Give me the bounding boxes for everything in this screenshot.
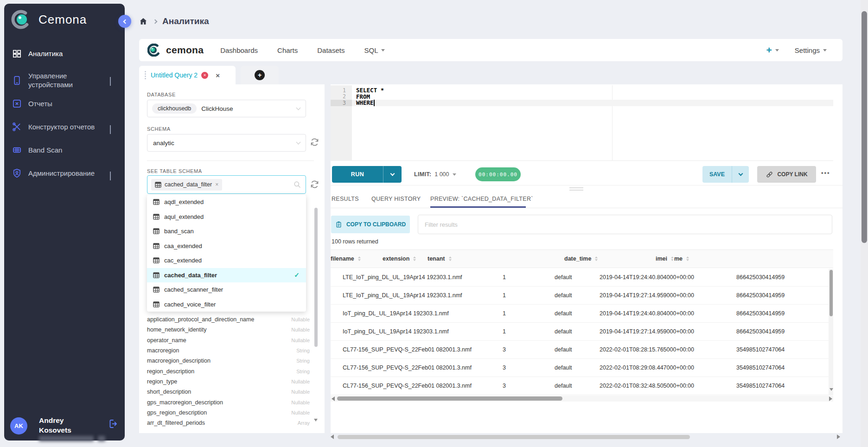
table-horizontal-scrollbar-thumb[interactable] <box>337 396 562 401</box>
sidebar-item-reports[interactable]: Отчеты <box>4 95 125 113</box>
scroll-left-arrow-icon[interactable] <box>332 396 335 401</box>
scroll-down-arrow-icon[interactable] <box>830 388 833 391</box>
more-options-button[interactable]: ••• <box>821 169 830 176</box>
window-scrollbar-thumb[interactable] <box>862 11 867 243</box>
save-button-label[interactable]: SAVE <box>702 166 732 183</box>
table-dropdown-item[interactable]: cached_voice_filter ✓ <box>147 297 306 312</box>
add-tab-button[interactable]: + <box>241 66 279 84</box>
table-column-row: application_protocol_and_direction_name … <box>147 314 310 325</box>
sql-editor[interactable]: 1 SELECT * 2 FROM 3 WHERE <box>331 85 833 161</box>
filter-results-input[interactable] <box>418 215 832 234</box>
column-header[interactable]: tenant <box>428 250 564 268</box>
table-dropdown-item[interactable]: aqdl_extended ✓ <box>147 195 306 210</box>
scroll-left-arrow-icon[interactable] <box>331 434 334 439</box>
column-name: macroregion_description <box>147 358 211 364</box>
sidebar-item-analytics[interactable]: Аналитика <box>4 45 125 63</box>
pane-horizontal-scrollbar[interactable] <box>331 434 841 440</box>
scroll-down-arrow-icon[interactable] <box>314 419 318 421</box>
selected-table-tag: cached_data_filter × <box>151 179 222 191</box>
table-row[interactable]: CL77-156_SUP_PEVQ-S_22Feb01 082001.3.nmf… <box>331 359 833 377</box>
table-row[interactable]: CL77-156_SUP_PEVQ-S_22Feb01 082001.3.nmf… <box>331 341 833 359</box>
sort-icon[interactable] <box>358 256 361 261</box>
tab-query-history[interactable]: QUERY HISTORY <box>371 196 421 208</box>
sort-icon[interactable] <box>595 256 598 261</box>
table-multiselect[interactable]: cached_data_filter × <box>147 175 306 194</box>
cell-extension: 3 <box>503 341 555 358</box>
nav-datasets[interactable]: Datasets <box>317 46 345 54</box>
nav-sql[interactable]: SQL <box>364 46 385 54</box>
table-row[interactable]: LTE_IoT_ping_DL_UL_19Apr14 192303.1.nmf … <box>331 287 833 305</box>
cell-extension: 1 <box>503 305 555 322</box>
sidebar-item-report-builder[interactable]: Конструктор отчетов <box>4 118 125 136</box>
copy-to-clipboard-button[interactable]: COPY TO CLIPBOARD <box>331 216 410 233</box>
table-dropdown-item[interactable]: cached_scanner_filter ✓ <box>147 282 306 297</box>
table-vertical-scrollbar-thumb[interactable] <box>830 270 833 316</box>
cell-date-time: 2019-04-14T19:24:40.804000+00:00 <box>600 305 736 322</box>
sort-icon[interactable] <box>686 256 689 261</box>
close-tab-icon[interactable]: × <box>216 71 220 79</box>
database-select[interactable]: clickhousedb ClickHouse <box>147 100 306 117</box>
sort-icon[interactable] <box>671 256 674 261</box>
cell-date-time: 2022-02-01T08:32:48.505000+00:00 <box>600 377 736 395</box>
table-dropdown-item[interactable]: cached_data_filter ✓ <box>147 268 306 283</box>
new-item-button[interactable]: + <box>766 45 779 55</box>
avatar[interactable]: AK <box>10 417 27 434</box>
table-dropdown-item[interactable]: cac_extended ✓ <box>147 253 306 268</box>
table-dropdown-item[interactable]: aqul_extended ✓ <box>147 210 306 224</box>
logout-icon[interactable] <box>108 418 119 429</box>
table-row[interactable]: IoT_ping_DL_UL_19Apr14 192303.1.nmf 1 de… <box>331 305 833 323</box>
left-pane-scrollbar-thumb[interactable] <box>314 208 318 347</box>
column-header[interactable]: extension <box>383 250 428 268</box>
sort-icon[interactable] <box>449 256 452 261</box>
table-row[interactable]: LTE_IoT_ping_DL_UL_19Apr14 192303.1.nmf … <box>331 268 833 287</box>
table-row[interactable]: CL77-156_SUP_PEVQ-S_22Feb01 082001.3.nmf… <box>331 377 833 395</box>
table-dropdown-item[interactable]: band_scan ✓ <box>147 224 306 239</box>
home-icon[interactable] <box>139 17 148 26</box>
settings-menu[interactable]: Settings <box>795 46 827 54</box>
drag-handle-icon[interactable] <box>145 71 146 79</box>
cell-filename: CL77-156_SUP_PEVQ-S_22Feb01 082001.3.nmf <box>331 359 503 377</box>
cell-filename: CL77-156_SUP_PEVQ-S_22Feb01 082001.3.nmf <box>331 377 503 395</box>
table-column-row: region_description String <box>147 366 310 376</box>
pane-horizontal-scrollbar-thumb[interactable] <box>338 435 690 439</box>
database-name: ClickHouse <box>201 105 233 112</box>
remove-table-icon[interactable]: × <box>215 181 218 188</box>
scroll-right-arrow-icon[interactable] <box>837 434 840 439</box>
nav-dashboards[interactable]: Dashboards <box>220 46 258 54</box>
query-tab[interactable]: Untitled Query 2 × × <box>139 66 236 84</box>
pane-resize-handle[interactable] <box>569 187 583 192</box>
save-button[interactable]: SAVE <box>702 166 749 183</box>
schema-label: SCHEMA <box>147 126 171 132</box>
copy-link-button[interactable]: COPY LINK <box>757 166 816 183</box>
sidebar-item-administration[interactable]: Администрирование <box>4 164 125 183</box>
table-icon <box>153 214 160 220</box>
nav-charts[interactable]: Charts <box>277 46 298 54</box>
cell-filename: LTE_IoT_ping_DL_UL_19Apr14 192303.1.nmf <box>331 268 503 286</box>
column-header[interactable]: me <box>674 250 689 268</box>
run-options-caret[interactable] <box>383 166 402 183</box>
limit-dropdown[interactable]: LIMIT: 1 000 <box>414 163 456 185</box>
run-button[interactable]: RUN <box>332 166 402 183</box>
refresh-schema-icon[interactable] <box>310 137 319 147</box>
table-dropdown-item[interactable]: caa_extended ✓ <box>147 239 306 254</box>
chevron-down-icon <box>296 140 301 145</box>
column-header[interactable]: filename <box>331 250 383 268</box>
database-label: DATABASE <box>147 92 176 97</box>
divider <box>147 160 314 161</box>
sidebar-item-device-management[interactable]: Управление устройствами <box>4 68 125 94</box>
rows-returned-status: 100 rows returned <box>332 238 378 245</box>
refresh-tables-icon[interactable] <box>310 179 319 189</box>
run-button-label[interactable]: RUN <box>332 166 383 183</box>
editor-line: 2 FROM <box>331 94 833 100</box>
results-table-body: LTE_IoT_ping_DL_UL_19Apr14 192303.1.nmf … <box>331 268 833 395</box>
column-header[interactable]: date_time <box>564 250 656 268</box>
schema-select[interactable]: analytic <box>147 134 306 152</box>
scroll-right-arrow-icon[interactable] <box>829 396 832 401</box>
tab-results[interactable]: RESULTS <box>332 196 359 208</box>
table-row[interactable]: IoT_ping_DL_UL_19Apr14 192303.1.nmf 1 de… <box>331 323 833 341</box>
sidebar-item-band-scan[interactable]: Band Scan <box>4 141 125 160</box>
save-options-caret[interactable] <box>732 166 749 183</box>
column-header[interactable]: imei <box>656 250 674 268</box>
sidebar-collapse-button[interactable] <box>118 15 131 28</box>
sort-icon[interactable] <box>413 256 416 261</box>
